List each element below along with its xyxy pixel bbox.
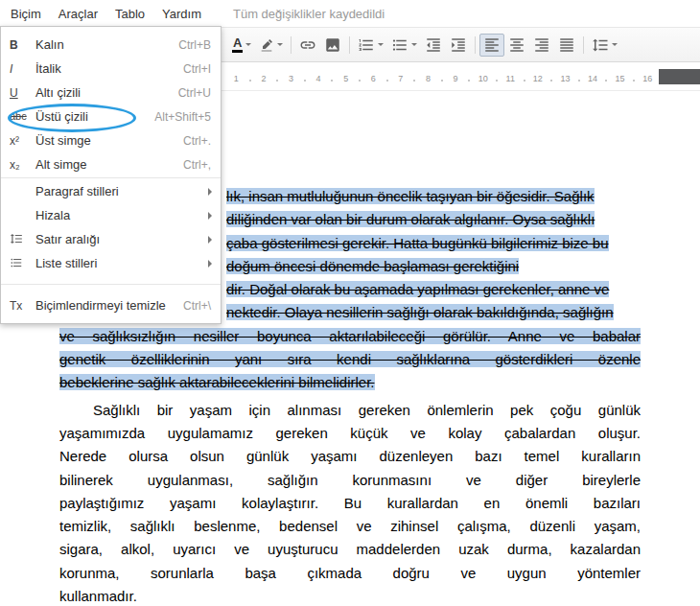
menu-item-line-spacing[interactable]: Satır aralığı [1, 227, 221, 251]
italic-icon: I [10, 63, 33, 75]
menu-item-bold[interactable]: B Kalın Ctrl+B [1, 33, 221, 57]
align-left-button[interactable] [479, 34, 504, 57]
menu-item-subscript[interactable]: x₂ Alt simge Ctrl+, [1, 152, 221, 176]
menu-item-superscript[interactable]: x² Üst simge Ctrl+. [1, 128, 221, 152]
align-justify-button[interactable] [554, 34, 579, 57]
bold-icon: B [10, 39, 33, 51]
submenu-arrow-icon [208, 236, 212, 244]
ruler-number: 15 [606, 74, 634, 83]
strikethrough-icon: abc [10, 111, 33, 122]
text-color-button[interactable]: A [228, 34, 255, 57]
list-styles-icon [10, 258, 33, 269]
text-line: Sağlıklı bir yaşam için alınması gereken… [59, 399, 641, 422]
text-line: kullanmadır. [59, 585, 641, 606]
text-line: lık, insan mutluluğunun öncelik taşıyan … [226, 185, 641, 208]
menu-item-paragraph-styles[interactable]: Paragraf stilleri [1, 179, 221, 203]
bulleted-list-icon [391, 36, 408, 54]
menu-item-clear-formatting[interactable]: Tx Biçimlendirmeyi temizle Ctrl+\ [1, 293, 221, 317]
text-line: doğum öncesi dönemde başlaması gerektiği… [226, 255, 641, 278]
insert-link-button[interactable] [295, 34, 320, 57]
text-line: bilinerek uygulanması, sağlığın korunmas… [59, 469, 641, 492]
toolbar-separator [475, 36, 476, 54]
menu-help[interactable]: Yardım [153, 7, 210, 21]
insert-image-button[interactable] [320, 34, 345, 57]
subscript-icon: x₂ [10, 159, 33, 171]
text-line: sigara, alkol, uyarıcı ve uyuşturucu mad… [59, 538, 641, 561]
menu-table[interactable]: Tablo [106, 7, 153, 21]
ruler-number: 14 [579, 74, 607, 83]
text-line: paylaştığımız yaşamı kolaylaştırır. Bu k… [59, 492, 641, 515]
image-icon [324, 36, 341, 54]
text-line: yaşamımızda uygulamamız gereken küçük ve… [59, 422, 641, 445]
decrease-indent-icon [425, 36, 442, 54]
ruler-number: 9 [442, 74, 470, 83]
align-justify-icon [558, 36, 575, 54]
menu-format[interactable]: Biçim [2, 7, 50, 21]
menu-tools[interactable]: Araçlar [50, 7, 106, 21]
numbered-list-button[interactable] [354, 34, 387, 57]
submenu-arrow-icon [208, 188, 212, 196]
bulleted-list-button[interactable] [387, 34, 421, 57]
format-dropdown-menu: B Kalın Ctrl+B I İtalik Ctrl+I U Altı çi… [0, 26, 222, 324]
menu-item-strikethrough[interactable]: abc Üstü çizili Alt+Shift+5 [1, 105, 221, 128]
ruler-number: 7 [387, 74, 415, 83]
line-spacing-icon [592, 36, 609, 54]
highlight-color-button[interactable] [255, 34, 287, 57]
toolbar-separator [583, 36, 584, 54]
toolbar-separator [291, 36, 292, 54]
decrease-indent-button[interactable] [421, 34, 446, 57]
highlight-color-icon [259, 37, 274, 53]
menu-separator [1, 177, 221, 178]
menu-separator [1, 284, 221, 285]
ruler-number: 2 [250, 74, 278, 83]
google-docs-window: Biçim Araçlar Tablo Yardım Tüm değişikli… [0, 0, 700, 606]
menu-item-italic[interactable]: I İtalik Ctrl+I [1, 57, 221, 81]
chevron-down-icon [245, 43, 251, 46]
align-right-icon [533, 36, 550, 54]
line-spacing-button[interactable] [588, 34, 621, 57]
ruler-number: 12 [525, 74, 552, 83]
menubar: Biçim Araçlar Tablo Yardım Tüm değişikli… [0, 0, 700, 27]
menu-item-list-styles[interactable]: Liste stilleri [1, 251, 221, 275]
clear-formatting-icon: Tx [10, 300, 33, 312]
ruler-number: 16 [634, 74, 662, 83]
chevron-down-icon [612, 43, 618, 46]
link-icon [299, 36, 316, 54]
menu-item-align[interactable]: Hizala [1, 203, 221, 227]
ruler-number: 1 [222, 74, 250, 83]
ruler-number: 10 [469, 74, 497, 83]
align-center-button[interactable] [504, 34, 529, 57]
toolbar-separator [349, 36, 350, 54]
text-line: bebeklerine sağlık aktarabileceklerini b… [59, 371, 641, 394]
align-left-icon [483, 36, 501, 54]
ruler-number: 3 [277, 74, 305, 83]
chevron-down-icon [277, 43, 283, 46]
save-status: Tüm değişiklikler kaydedildi [233, 7, 385, 21]
ruler-track: 12345678910111213141516 [222, 68, 662, 85]
text-line: ve sağlıksızlığın nesiller boyunca aktar… [59, 325, 641, 348]
increase-indent-icon [450, 36, 467, 54]
align-right-button[interactable] [529, 34, 554, 57]
text-line: genetik özelliklerinin yanı sıra kendi s… [59, 348, 641, 371]
text-line: nektedir. Olaya nesillerin sağlığı olara… [226, 301, 641, 324]
line-spacing-icon [10, 234, 33, 245]
paragraph: Sağlıklı bir yaşam için alınması gereken… [59, 399, 641, 606]
text-line: çaba gösterilmesi gerekir. Hatta bugünkü… [226, 232, 641, 255]
ruler-number: 8 [414, 74, 442, 83]
text-line: diliğinden var olan bir durum olarak alg… [226, 208, 641, 231]
chevron-down-icon [411, 43, 417, 46]
underline-icon: U [10, 87, 33, 99]
ruler-number: 13 [551, 74, 579, 83]
ruler-overflow-region [659, 69, 700, 84]
submenu-arrow-icon [208, 212, 212, 220]
chevron-down-icon [378, 43, 384, 46]
text-color-icon: A [232, 36, 243, 53]
text-line: Nerede olursa olsun günlük yaşamı düzenl… [59, 445, 641, 468]
numbered-list-icon [358, 36, 375, 54]
ruler-number: 6 [360, 74, 387, 83]
ruler-number: 11 [497, 74, 525, 83]
align-center-icon [508, 36, 525, 54]
menu-item-underline[interactable]: U Altı çizili Ctrl+U [1, 81, 221, 105]
increase-indent-button[interactable] [446, 34, 471, 57]
submenu-arrow-icon [208, 260, 212, 268]
